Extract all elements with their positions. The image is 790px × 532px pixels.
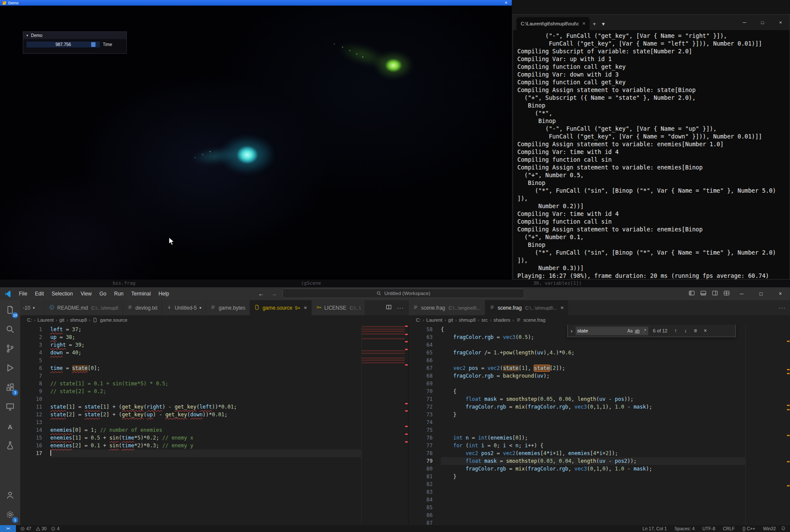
tab-devlog.txt[interactable]: devlog.txt (123, 300, 162, 315)
activity-search[interactable] (0, 320, 20, 340)
line-number[interactable]: 77 (409, 442, 441, 449)
line-number[interactable]: 15 (20, 434, 50, 442)
menu-selection[interactable]: Selection (48, 287, 77, 300)
line-number[interactable]: 64 (409, 341, 441, 349)
code-line[interactable]: } (441, 473, 745, 480)
line-number[interactable]: 14 (20, 426, 50, 434)
menu-go[interactable]: Go (95, 287, 110, 300)
line-number[interactable]: 3 (20, 341, 50, 349)
breadcrumb-item[interactable]: C: (416, 317, 421, 323)
breadcrumb-item[interactable]: C: (27, 317, 32, 323)
imgui-panel-header[interactable]: ▼ Demo (23, 32, 126, 39)
close-icon[interactable]: × (304, 304, 307, 311)
line-number[interactable]: 66 (409, 357, 441, 364)
more-actions-button[interactable]: ··· (397, 304, 404, 311)
remote-indicator[interactable]: >< (0, 525, 16, 532)
code-line[interactable]: fragColor.rgb = mix(fragColor.rgb, vec3(… (441, 465, 745, 473)
find-next-button[interactable]: ↓ (682, 328, 689, 334)
line-number[interactable]: 1 (20, 326, 50, 333)
line-number[interactable]: 78 (409, 449, 441, 457)
line-number[interactable]: 79 (409, 457, 441, 465)
breadcrumb-item[interactable]: shmup8 (70, 317, 87, 323)
vscode-titlebar[interactable]: FileEditSelectionViewGoRunTerminalHelp ←… (0, 287, 790, 300)
nav-forward-icon[interactable]: → (271, 290, 277, 297)
find-previous-button[interactable]: ↑ (672, 328, 679, 334)
status-cursor-position[interactable]: Ln 17, Col 1 (642, 526, 667, 531)
menu-run[interactable]: Run (110, 287, 127, 300)
code-line[interactable]: for (int i = 0; i < n; i++) { (441, 442, 745, 449)
line-number[interactable]: 9 (20, 387, 50, 395)
time-slider[interactable]: 987.756 (26, 41, 100, 48)
breadcrumb-item[interactable]: scene.frag (523, 317, 545, 323)
line-number[interactable]: 10 (20, 395, 50, 403)
code-line[interactable]: fragColor.rgb = background(uv); (441, 372, 745, 380)
code-line[interactable]: state[2] = state[2] + (get_key(up) - get… (50, 411, 361, 418)
match-case-button[interactable]: Aa (626, 329, 633, 333)
line-number[interactable]: 4 (20, 349, 50, 357)
line-number[interactable]: 58 (409, 326, 441, 333)
line-number[interactable]: 70 (409, 387, 441, 395)
menu-terminal[interactable]: Terminal (127, 287, 154, 300)
line-number[interactable]: 71 (409, 395, 441, 403)
line-number[interactable]: 65 (409, 349, 441, 357)
line-number[interactable]: 67 (409, 364, 441, 372)
command-center[interactable]: Untitled (Workspace) (283, 289, 524, 298)
line-number[interactable]: 86 (409, 511, 441, 519)
menu-file[interactable]: File (15, 287, 31, 300)
activity-run-debug[interactable] (0, 359, 20, 378)
breadcrumb-item[interactable]: git (59, 317, 65, 323)
tab-README.md[interactable]: README.mdC:\...\shmup8 (45, 300, 123, 315)
tab-LICENSE[interactable]: LICENSEC:\...\ (312, 300, 365, 315)
line-number[interactable]: 13 (20, 418, 50, 426)
line-number[interactable]: 7 (20, 372, 50, 380)
tab-Untitled-5[interactable]: Untitled-5● (162, 300, 206, 315)
activity-source-control[interactable] (0, 340, 20, 359)
terminal-output[interactable]: ("-", FunCall ("get_key", [Var { Name = … (513, 30, 790, 280)
breadcrumb-item[interactable]: git (448, 317, 453, 323)
line-number[interactable]: 74 (409, 418, 441, 426)
breadcrumb-item[interactable]: game.source (100, 317, 127, 323)
line-number[interactable]: 84 (409, 496, 441, 504)
activity-remote-explorer[interactable] (0, 398, 20, 417)
code-line[interactable]: fragColor.rgb = mix(fragColor.rgb, vec3(… (441, 403, 745, 411)
code-line[interactable] (50, 372, 361, 380)
code-line[interactable] (50, 418, 361, 426)
activity-account[interactable] (0, 486, 20, 506)
maximize-button[interactable]: □ (753, 15, 772, 30)
code-line[interactable]: time = state[0]; (50, 364, 361, 372)
code-line[interactable] (441, 511, 745, 519)
activity-testing[interactable] (0, 437, 20, 456)
code-area[interactable]: left = 37;up = 38;right = 39;down = 40;t… (50, 325, 361, 525)
activity-settings[interactable]: 1 (0, 506, 20, 525)
problems-infos[interactable]: 4 (51, 526, 59, 531)
line-number[interactable]: 8 (20, 380, 50, 387)
code-line[interactable]: fragColor /= 1.+pow(length(uv),4.)*0.6; (441, 349, 745, 357)
code-line[interactable]: vec2 pos = vec2(state[1], state[2]); (441, 364, 745, 372)
minimap[interactable] (361, 325, 405, 525)
layout-panel-icon[interactable] (700, 290, 707, 298)
find-close-button[interactable]: × (701, 328, 709, 334)
gutter[interactable]: 5863646566676869707172737475767778798081… (409, 325, 441, 525)
status-encoding[interactable]: UTF-8 (702, 526, 715, 531)
close-icon[interactable]: × (582, 21, 585, 27)
line-number[interactable]: 68 (409, 372, 441, 380)
activity-explorer[interactable]: 10 (0, 301, 20, 320)
toggle-replace-icon[interactable]: › (570, 328, 573, 334)
code-line[interactable]: // state[1] = 0.1 + sin(time*5) * 0.5; (50, 380, 361, 387)
line-number[interactable]: 76 (409, 434, 441, 442)
nav-back-icon[interactable]: ← (258, 290, 264, 297)
code-area[interactable]: { fragColor.rgb = vec3(0.5); fragColor /… (441, 325, 745, 525)
code-line[interactable]: } (441, 411, 745, 418)
code-line[interactable]: left = 37; (50, 326, 361, 333)
code-line[interactable] (441, 426, 745, 434)
layout-customize-icon[interactable] (723, 290, 730, 298)
code-line[interactable]: enemies[0] = 1; // number of enemies (50, 426, 361, 434)
code-line[interactable] (50, 395, 361, 403)
code-line[interactable] (441, 504, 745, 511)
line-number[interactable]: 12 (20, 411, 50, 418)
status-language-mode[interactable]: {} C++ (742, 526, 755, 531)
code-line[interactable]: int n = int(enemies[0]); (441, 434, 745, 442)
line-number[interactable]: 80 (409, 465, 441, 473)
new-tab-button[interactable]: + (590, 17, 599, 30)
more-actions-button[interactable]: ··· (779, 304, 786, 311)
